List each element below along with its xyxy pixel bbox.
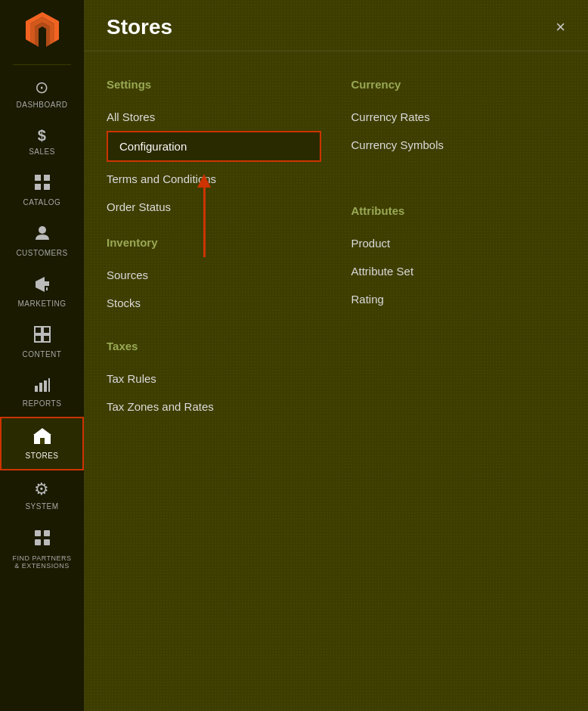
inventory-section: Inventory Sources Stocks xyxy=(107,236,321,317)
svg-rect-14 xyxy=(44,380,47,392)
svg-rect-3 xyxy=(44,184,50,190)
stores-icon xyxy=(33,427,51,449)
stores-panel: Stores × Settings All Stores Configurati… xyxy=(84,0,588,711)
find-partners-icon xyxy=(33,529,51,551)
inventory-title: Inventory xyxy=(107,236,321,249)
system-icon: ⚙ xyxy=(34,480,50,499)
close-button[interactable]: × xyxy=(556,19,565,36)
configuration-link[interactable]: Configuration xyxy=(107,131,321,162)
sources-link[interactable]: Sources xyxy=(107,261,321,289)
currency-title: Currency xyxy=(351,78,566,91)
currency-symbols-link[interactable]: Currency Symbols xyxy=(351,131,566,159)
sidebar-item-catalog[interactable]: CATALOG xyxy=(0,165,84,216)
svg-rect-1 xyxy=(44,175,50,181)
logo xyxy=(20,8,65,53)
tax-rules-link[interactable]: Tax Rules xyxy=(107,365,321,393)
sidebar-item-system[interactable]: ⚙ SYSTEM xyxy=(0,470,84,520)
customers-icon xyxy=(34,225,51,246)
attributes-section: Attributes Product Attribute Set Rating xyxy=(351,204,566,313)
svg-rect-8 xyxy=(35,327,42,334)
sidebar-item-label: CUSTOMERS xyxy=(16,249,67,257)
svg-rect-15 xyxy=(48,378,50,392)
sidebar-item-find-partners[interactable]: FIND PARTNERS& EXTENSIONS xyxy=(0,520,84,579)
svg-rect-9 xyxy=(43,327,50,334)
currency-section: Currency Currency Rates Currency Symbols xyxy=(351,78,566,159)
panel-header: Stores × xyxy=(84,0,588,51)
sidebar-item-stores[interactable]: STORES xyxy=(0,417,84,470)
svg-rect-2 xyxy=(35,184,41,190)
settings-title: Settings xyxy=(107,78,321,91)
sidebar-item-label: STORES xyxy=(26,452,59,460)
settings-section: Settings All Stores Configuration Terms … xyxy=(107,78,321,221)
svg-rect-19 xyxy=(35,530,41,536)
svg-rect-6 xyxy=(45,281,49,286)
sidebar: ⊙ DASHBOARD $ SALES CATALOG CUSTOMERS xyxy=(0,0,84,711)
currency-rates-link[interactable]: Currency Rates xyxy=(351,103,566,131)
sidebar-item-label: DASHBOARD xyxy=(17,101,68,109)
sidebar-item-label: SYSTEM xyxy=(25,502,58,511)
sidebar-item-label: CATALOG xyxy=(23,198,61,206)
content-icon xyxy=(34,326,51,347)
sidebar-item-label: REPORTS xyxy=(23,399,62,408)
svg-rect-18 xyxy=(40,438,45,444)
sidebar-item-label: SALES xyxy=(29,147,55,156)
svg-rect-7 xyxy=(46,287,48,290)
catalog-icon xyxy=(34,174,51,195)
sidebar-item-dashboard[interactable]: ⊙ DASHBOARD xyxy=(0,69,84,118)
sidebar-item-label: MARKETING xyxy=(18,300,67,308)
sales-icon: $ xyxy=(38,127,47,144)
svg-rect-0 xyxy=(35,175,41,181)
svg-point-4 xyxy=(39,226,46,234)
attributes-title: Attributes xyxy=(351,204,566,217)
svg-rect-10 xyxy=(35,335,42,342)
all-stores-link[interactable]: All Stores xyxy=(107,103,321,131)
tax-zones-link[interactable]: Tax Zones and Rates xyxy=(107,393,321,421)
taxes-section: Taxes Tax Rules Tax Zones and Rates xyxy=(107,340,321,421)
dashboard-icon: ⊙ xyxy=(35,78,49,98)
sidebar-item-content[interactable]: CONTENT xyxy=(0,317,84,368)
marketing-icon xyxy=(34,275,51,297)
product-link[interactable]: Product xyxy=(351,229,566,257)
order-status-link[interactable]: Order Status xyxy=(107,193,321,221)
svg-rect-20 xyxy=(44,530,50,536)
taxes-title: Taxes xyxy=(107,340,321,352)
sidebar-item-sales[interactable]: $ SALES xyxy=(0,118,84,165)
sidebar-item-marketing[interactable]: MARKETING xyxy=(0,266,84,317)
terms-conditions-link[interactable]: Terms and Conditions xyxy=(107,165,321,193)
content-grid: Settings All Stores Configuration Terms … xyxy=(84,51,588,455)
rating-link[interactable]: Rating xyxy=(351,285,566,313)
svg-rect-21 xyxy=(35,539,41,545)
svg-rect-11 xyxy=(43,335,50,342)
svg-marker-17 xyxy=(33,428,51,435)
panel-title: Stores xyxy=(107,15,172,39)
svg-rect-13 xyxy=(39,383,42,392)
reports-icon xyxy=(34,377,51,396)
sidebar-item-label: FIND PARTNERS& EXTENSIONS xyxy=(12,554,71,570)
stocks-link[interactable]: Stocks xyxy=(107,289,321,317)
sidebar-item-label: CONTENT xyxy=(23,350,62,359)
sidebar-item-customers[interactable]: CUSTOMERS xyxy=(0,216,84,266)
svg-rect-12 xyxy=(35,386,38,392)
left-column: Settings All Stores Configuration Terms … xyxy=(107,70,321,436)
sidebar-item-reports[interactable]: REPORTS xyxy=(0,368,84,417)
right-column: Currency Currency Rates Currency Symbols… xyxy=(351,70,566,436)
svg-rect-22 xyxy=(44,539,50,545)
svg-marker-5 xyxy=(36,277,45,292)
sidebar-divider-top xyxy=(13,64,72,65)
attribute-set-link[interactable]: Attribute Set xyxy=(351,257,566,285)
